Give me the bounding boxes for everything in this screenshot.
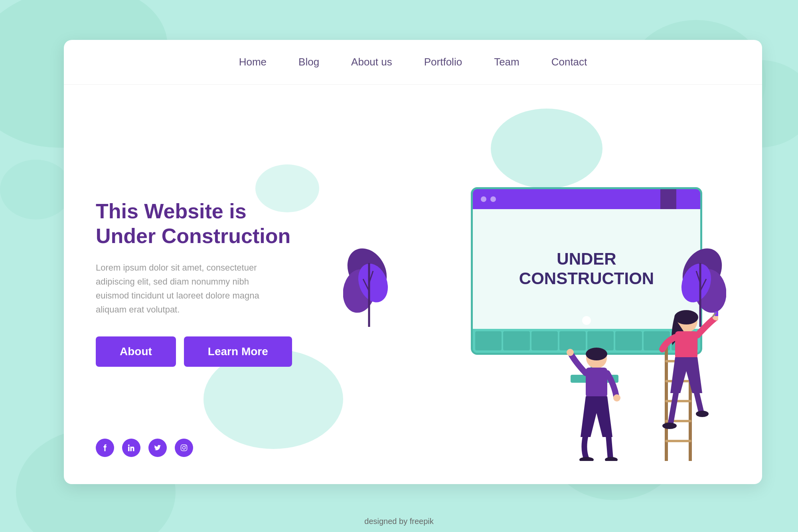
hero-illustration: UNDER CONSTRUCTION: [303, 85, 730, 481]
monitor-button: [582, 316, 591, 325]
main-card: Home Blog About us Portfolio Team Contac…: [64, 40, 762, 484]
twitter-icon[interactable]: [148, 439, 167, 457]
svg-point-20: [674, 310, 698, 324]
svg-point-41: [186, 446, 186, 447]
nav-blog[interactable]: Blog: [298, 56, 319, 68]
svg-rect-39: [181, 445, 187, 451]
nav-team[interactable]: Team: [494, 56, 519, 68]
svg-point-30: [586, 348, 607, 360]
under-construction-text: UNDER CONSTRUCTION: [519, 249, 654, 288]
learn-more-button[interactable]: Learn More: [184, 336, 292, 367]
navigation: Home Blog About us Portfolio Team Contac…: [64, 40, 762, 85]
svg-line-25: [670, 391, 676, 425]
about-button[interactable]: About: [96, 336, 176, 367]
hero-body-text: Lorem ipsum dolor sit amet, consectetuer…: [96, 261, 263, 317]
svg-point-35: [579, 457, 594, 461]
nav-portfolio[interactable]: Portfolio: [424, 56, 462, 68]
nav-contact[interactable]: Contact: [551, 56, 587, 68]
svg-point-28: [696, 411, 709, 417]
svg-point-36: [605, 457, 618, 461]
svg-rect-31: [586, 368, 607, 398]
svg-point-33: [613, 394, 620, 401]
hero-left: This Website is Under Construction Lorem…: [96, 199, 303, 367]
monitor-dot-2: [490, 196, 496, 202]
facebook-icon[interactable]: [96, 439, 114, 457]
main-content: This Website is Under Construction Lorem…: [64, 85, 762, 481]
tile-2: [503, 331, 529, 350]
svg-point-38: [128, 445, 130, 446]
svg-point-27: [662, 423, 677, 429]
tile-1: [475, 331, 502, 350]
svg-point-32: [567, 349, 574, 356]
tile-3: [531, 331, 558, 350]
svg-point-40: [183, 447, 186, 449]
person-painter-icon: [654, 309, 718, 429]
svg-rect-21: [675, 331, 697, 359]
footer-credit: designed by freepik: [364, 517, 433, 526]
monitor-dot-1: [481, 196, 486, 202]
svg-line-26: [696, 391, 701, 413]
linkedin-icon[interactable]: [122, 439, 140, 457]
plant-left-icon: [343, 239, 395, 327]
instagram-icon[interactable]: [175, 439, 193, 457]
hero-headline: This Website is Under Construction: [96, 199, 303, 249]
hero-buttons: About Learn More: [96, 336, 303, 367]
svg-rect-37: [128, 447, 130, 451]
social-icons: [96, 439, 193, 457]
svg-line-34: [608, 435, 610, 459]
person-standing-icon: [567, 345, 626, 461]
nav-about-us[interactable]: About us: [351, 56, 392, 68]
nav-home[interactable]: Home: [239, 56, 267, 68]
